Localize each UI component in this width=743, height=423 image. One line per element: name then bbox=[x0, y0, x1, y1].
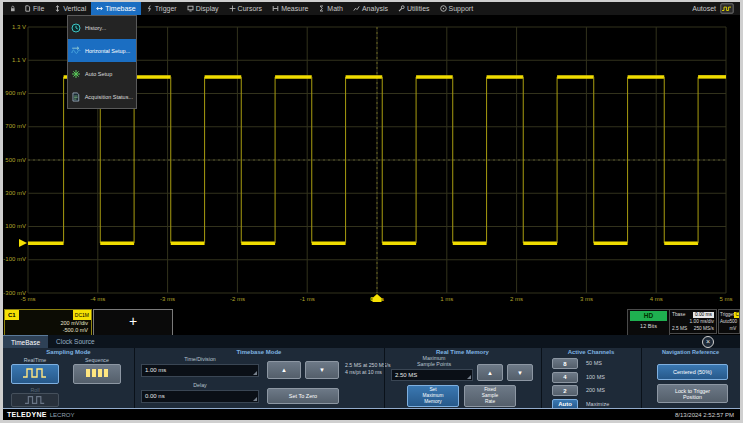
tbase-scale: 1.00 ms/div bbox=[689, 318, 714, 325]
analysis-icon bbox=[353, 5, 360, 12]
set-maximum-memory-button[interactable]: SetMaximumMemory bbox=[407, 385, 459, 407]
tbase-delay: 0.00 ms bbox=[693, 312, 714, 318]
math-icon bbox=[318, 5, 325, 12]
hd-badge: HD bbox=[630, 311, 667, 321]
menu-item-utilities[interactable]: Utilities bbox=[393, 2, 435, 15]
time-division-down-button[interactable]: ▼ bbox=[305, 361, 339, 379]
clock-datetime: 8/13/2024 2:52:57 PM bbox=[675, 412, 740, 418]
max-sample-points-field[interactable]: 2.50 MS bbox=[391, 369, 473, 381]
c1-coupling-badge: DC1M bbox=[73, 310, 91, 320]
t-axis-label: 4 ms bbox=[638, 296, 674, 303]
autoset-label: Autoset bbox=[692, 5, 716, 12]
dropdown-item-label: Horizontal Setup... bbox=[85, 48, 130, 54]
roll-button[interactable] bbox=[11, 393, 59, 407]
menu-item-label: Math bbox=[327, 5, 343, 12]
close-panel-icon[interactable]: × bbox=[702, 336, 714, 348]
menu-item-timebase[interactable]: Timebase bbox=[91, 2, 140, 15]
lock-to-trigger-button[interactable]: Lock to TriggerPosition bbox=[657, 384, 728, 403]
v-axis-label: 300 mV bbox=[0, 190, 26, 197]
dropdown-item-history[interactable]: History... bbox=[68, 16, 136, 39]
sampling-mode-header: Sampling Mode bbox=[3, 349, 134, 355]
tbase-samples: 2.5 MS bbox=[672, 325, 687, 332]
menu-item-display[interactable]: Display bbox=[182, 2, 224, 15]
t-axis-label: 3 ms bbox=[568, 296, 604, 303]
channel-c1-descriptor[interactable]: C1 DC1M 200 mV/div -500.0 mV bbox=[4, 309, 92, 336]
active-channels-8-button[interactable]: 8 bbox=[552, 358, 578, 369]
menu-item-vertical[interactable]: Vertical bbox=[49, 2, 91, 15]
t-axis-label: 5 ms bbox=[708, 296, 743, 303]
active-channels-4-button[interactable]: 4 bbox=[552, 372, 578, 383]
menu-item-analysis[interactable]: Analysis bbox=[348, 2, 393, 15]
menu-item-label: Support bbox=[449, 5, 474, 12]
trigger-label: Trigger bbox=[720, 311, 734, 318]
active-channels-memory-label: 50 MS bbox=[586, 358, 602, 369]
channel-zero-marker[interactable] bbox=[19, 239, 27, 247]
v-axis-label: 700 mV bbox=[0, 123, 26, 130]
dropdown-item-horizontal-setup[interactable]: Horizontal Setup... bbox=[68, 39, 136, 62]
trigger-type: Edge bbox=[720, 332, 731, 334]
oscilloscope-app: FileVerticalTimebaseTriggerDisplayCursor… bbox=[3, 2, 740, 419]
timebase-descriptor[interactable]: Tbase0.00 ms 1.00 ms/div 2.5 MS250 MS/s bbox=[669, 309, 717, 334]
t-axis-label: -1 ms bbox=[289, 296, 325, 303]
realtime-wave-icon bbox=[22, 365, 48, 383]
t-axis-label: 0 ms bbox=[359, 296, 395, 303]
support-icon bbox=[440, 5, 447, 12]
t-axis-label: -2 ms bbox=[219, 296, 255, 303]
acquisition-status-icon bbox=[71, 92, 81, 102]
menu-item-measure[interactable]: Measure bbox=[267, 2, 313, 15]
utilities-icon bbox=[398, 5, 405, 12]
active-channels-memory-label: 100 MS bbox=[586, 372, 605, 383]
horizontal-setup-icon bbox=[71, 46, 81, 56]
centered-button[interactable]: Centered (50%) bbox=[657, 364, 728, 380]
hd-mode-descriptor[interactable]: HD 12 Bits bbox=[627, 309, 670, 336]
max-sample-points-label2: Sample Points bbox=[391, 361, 477, 367]
realtime-button[interactable] bbox=[11, 364, 59, 384]
display-icon bbox=[187, 5, 194, 12]
dropdown-item-auto-setup[interactable]: Auto Setup bbox=[68, 62, 136, 85]
menu-item-math[interactable]: Math bbox=[313, 2, 348, 15]
trigger-level: 500 mV bbox=[729, 318, 738, 332]
sequence-label: Sequence bbox=[73, 357, 121, 363]
t-axis-label: -5 ms bbox=[10, 296, 46, 303]
dropdown-item-label: History... bbox=[85, 25, 106, 31]
tab-clock-source[interactable]: Clock Source bbox=[48, 335, 103, 348]
v-axis-label: -100 mV bbox=[0, 256, 26, 263]
menu-item-trigger[interactable]: Trigger bbox=[141, 2, 182, 15]
time-division-up-button[interactable]: ▲ bbox=[267, 361, 301, 379]
brand-lecroy: LECROY bbox=[47, 412, 75, 418]
tab-timebase[interactable]: TimeBase bbox=[3, 335, 48, 348]
time-division-field[interactable]: 1.00 ms bbox=[141, 364, 259, 377]
menu-item-cursors[interactable]: Cursors bbox=[224, 2, 268, 15]
memory-up-button[interactable]: ▲ bbox=[477, 364, 503, 381]
v-axis-label: 1.1 V bbox=[0, 57, 26, 64]
menu-item-label: Cursors bbox=[238, 5, 263, 12]
timebase-setup-panel: TimeBase Clock Source × Sampling Mode Re… bbox=[3, 335, 740, 408]
autoset-button[interactable]: Autoset bbox=[692, 3, 740, 15]
pin-icon bbox=[9, 5, 16, 12]
trigger-descriptor[interactable]: TriggerC1DC Auto500 mV EdgePositive bbox=[718, 309, 740, 334]
menu-item-label: Measure bbox=[281, 5, 308, 12]
t-axis-label: -4 ms bbox=[80, 296, 116, 303]
sequence-button[interactable] bbox=[73, 364, 121, 384]
c1-offset: -500.0 mV bbox=[5, 327, 91, 334]
active-channels-2-button[interactable]: 2 bbox=[552, 385, 578, 396]
memory-down-button[interactable]: ▼ bbox=[507, 364, 533, 381]
trigger-mode: Auto bbox=[720, 318, 729, 332]
t-axis-label: 1 ms bbox=[429, 296, 465, 303]
dropdown-item-acquisition-status[interactable]: Acquisition Status... bbox=[68, 85, 136, 108]
autoset-icon bbox=[719, 3, 735, 15]
navigation-reference-header: Navigation Reference bbox=[641, 349, 740, 355]
active-channels-header: Active Channels bbox=[541, 349, 641, 355]
v-axis-label: 1.3 V bbox=[0, 24, 26, 31]
sequence-segments-icon bbox=[84, 365, 110, 383]
vertical-icon bbox=[54, 5, 61, 12]
delay-field[interactable]: 0.00 ns bbox=[141, 390, 259, 403]
add-trace-button[interactable]: + bbox=[93, 309, 173, 336]
fixed-sample-rate-button[interactable]: FixedSampleRate bbox=[464, 385, 516, 407]
c1-badge: C1 bbox=[5, 310, 19, 320]
measure-icon bbox=[272, 5, 279, 12]
menu-item-file[interactable]: File bbox=[19, 2, 49, 15]
v-axis-label: 100 mV bbox=[0, 223, 26, 230]
menu-item-support[interactable]: Support bbox=[435, 2, 479, 15]
set-to-zero-button[interactable]: Set To Zero bbox=[267, 388, 339, 404]
